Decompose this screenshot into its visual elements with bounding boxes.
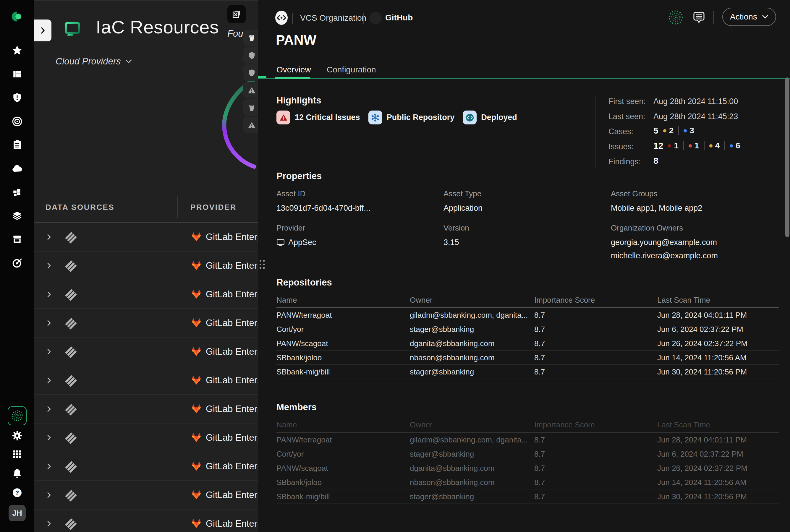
blocks-icon[interactable] (11, 187, 23, 198)
data-source-icon (64, 259, 77, 272)
table-row[interactable]: SBbank/joloo nbason@sbbanking.com 8.7 Ju… (277, 475, 779, 490)
comments-icon[interactable] (692, 11, 706, 25)
data-source-row[interactable]: GitLab Enterp (34, 280, 260, 309)
expand-chevron-icon[interactable] (47, 233, 52, 241)
critical-triangle-icon (277, 111, 290, 125)
data-source-row[interactable]: GitLab Enterp (34, 309, 260, 338)
field-version: Version 3.15 (444, 224, 597, 247)
expand-chevron-icon[interactable] (47, 348, 52, 355)
data-source-icon (64, 431, 77, 444)
data-source-row[interactable]: GitLab Enterp (34, 223, 260, 251)
gitlab-icon (190, 461, 202, 472)
shield-alert-icon[interactable] (11, 92, 23, 103)
table-row[interactable]: SBbank-mig/bill stager@sbbanking 8.7 Jun… (277, 490, 779, 504)
apps-grid-icon[interactable] (11, 448, 23, 460)
warning-node-icon[interactable] (243, 82, 260, 98)
active-app-spiral-icon[interactable] (8, 406, 26, 425)
table-row[interactable]: PANW/terragoat giladm@sbbanking.com, dga… (277, 433, 779, 447)
expand-panel-handle[interactable] (34, 19, 52, 41)
cell-name[interactable]: SBbank-mig/bill (277, 367, 330, 376)
clipboard-icon[interactable] (11, 139, 23, 151)
severity-count[interactable]: 4 (709, 141, 720, 150)
tab-overview[interactable]: Overview (277, 65, 311, 75)
severity-count[interactable]: 6 (730, 141, 740, 150)
table-row[interactable]: Cort/yor stager@sbbanking 8.7 Jun 6, 202… (277, 447, 779, 461)
expand-chevron-icon[interactable] (47, 492, 52, 499)
trash-node-icon[interactable] (243, 30, 260, 46)
target-icon[interactable] (11, 116, 23, 127)
expand-chevron-icon[interactable] (47, 291, 52, 298)
data-source-row[interactable]: GitLab Enterp (34, 338, 260, 366)
cell-owner: nbason@sbbanking.com (410, 478, 495, 487)
notifications-bell-icon[interactable] (11, 468, 23, 479)
scan-spiral-icon[interactable] (667, 9, 684, 26)
cell-name[interactable]: SBbank-mig/bill (277, 492, 330, 501)
table-row[interactable]: PANW/scagoat dganita@sbbanking.com 8.7 J… (277, 461, 779, 475)
shield-node-icon[interactable] (243, 64, 260, 81)
cell-name[interactable]: Cort/yor (277, 449, 304, 458)
table-row[interactable]: SBbank/joloo nbason@sbbanking.com 8.7 Ju… (277, 350, 779, 365)
layers-icon[interactable] (11, 210, 23, 222)
data-source-row[interactable]: GitLab Enterp (34, 423, 260, 452)
cell-name[interactable]: PANW/scagoat (277, 463, 328, 473)
provider-name: GitLab Enterp (206, 375, 262, 386)
table-row[interactable]: Cort/yor stager@sbbanking 8.7 Jun 6, 202… (277, 322, 779, 336)
col-owner: Owner (410, 420, 433, 430)
expand-chevron-icon[interactable] (47, 463, 52, 470)
cell-name[interactable]: Cort/yor (277, 324, 304, 334)
warning-node-icon[interactable] (243, 117, 260, 133)
data-source-row[interactable]: GitLab Enterp (34, 366, 260, 395)
provider-name: GitLab Enterp (206, 490, 262, 500)
layout-dashboard-icon[interactable] (11, 68, 23, 80)
field-value[interactable]: michelle.rivera@example.com (611, 251, 765, 260)
data-source-icon (64, 402, 77, 416)
severity-count[interactable]: 1 (689, 141, 699, 150)
cell-name[interactable]: SBbank/joloo (277, 478, 322, 487)
cell-name[interactable]: PANW/terragoat (277, 435, 332, 444)
findings-total[interactable]: 8 (653, 156, 658, 166)
issues-total[interactable]: 12 (653, 141, 663, 151)
data-source-row[interactable]: GitLab Enterp (34, 452, 260, 481)
data-source-row[interactable]: GitLab Enterp (34, 251, 260, 280)
expand-chevron-icon[interactable] (47, 405, 52, 413)
data-source-icon (64, 460, 77, 473)
shield-node-icon[interactable] (243, 47, 260, 63)
provider-name: GitLab Enterp (206, 346, 262, 357)
expand-chevron-icon[interactable] (47, 520, 52, 527)
vertical-scrollbar-thumb[interactable] (785, 77, 789, 237)
panel-drag-handle[interactable] (260, 260, 265, 269)
trash-node-icon[interactable] (243, 99, 260, 116)
cell-name[interactable]: PANW/scagoat (277, 339, 328, 348)
tab-configuration[interactable]: Configuration (327, 65, 376, 75)
app-logo-icon[interactable] (11, 11, 23, 22)
severity-count[interactable]: 3 (683, 126, 694, 135)
expand-chevron-icon[interactable] (47, 320, 52, 327)
actions-button[interactable]: Actions (722, 8, 776, 26)
field-value[interactable]: georgia.young@example.com (611, 238, 765, 247)
expand-chevron-icon[interactable] (47, 377, 52, 384)
favorites-star-icon[interactable] (11, 44, 23, 56)
data-source-row[interactable]: GitLab Enterp (34, 510, 260, 532)
expand-chevron-icon[interactable] (47, 434, 52, 441)
cloud-icon[interactable] (11, 163, 23, 175)
settings-gear-icon[interactable] (11, 430, 23, 441)
marketplace-icon[interactable] (11, 233, 23, 245)
severity-count[interactable]: 2 (663, 126, 674, 135)
table-row[interactable]: PANW/scagoat dganita@sbbanking.com 8.7 J… (277, 336, 779, 350)
table-row[interactable]: PANW/terragoat giladm@sbbanking.com, dga… (277, 308, 779, 322)
cloud-providers-dropdown[interactable]: Cloud Providers (56, 56, 132, 67)
expand-chevron-icon[interactable] (47, 262, 52, 269)
table-row[interactable]: SBbank-mig/bill stager@sbbanking 8.7 Jun… (277, 365, 779, 379)
close-popout-button[interactable] (227, 5, 246, 23)
cases-total[interactable]: 5 (653, 126, 658, 136)
gauge-icon[interactable] (11, 257, 23, 269)
data-source-row[interactable]: GitLab Enterp (34, 395, 260, 423)
issues-breakdown: 12 1146 (653, 141, 740, 151)
data-source-row[interactable]: GitLab Enterp (34, 481, 260, 510)
severity-count[interactable]: 1 (668, 141, 679, 150)
user-avatar[interactable]: JH (8, 505, 26, 521)
breadcrumb-provider[interactable]: GitHub (385, 13, 413, 22)
cell-name[interactable]: PANW/terragoat (277, 310, 332, 320)
cell-name[interactable]: SBbank/joloo (277, 353, 322, 362)
help-icon[interactable]: ? (11, 487, 23, 499)
